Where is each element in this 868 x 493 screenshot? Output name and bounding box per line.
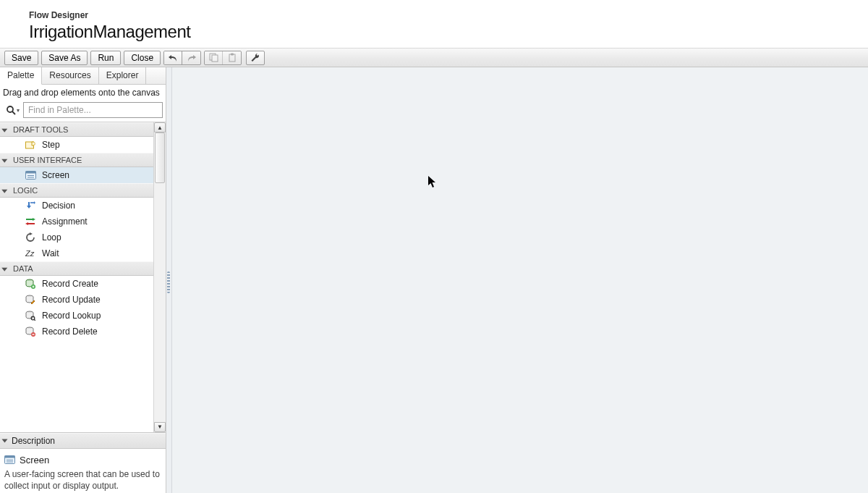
item-screen-label: Screen (42, 170, 69, 180)
item-record-lookup[interactable]: Record Lookup (0, 308, 153, 324)
item-decision[interactable]: Decision (0, 198, 153, 214)
vertical-splitter[interactable] (166, 67, 172, 493)
cat-draft-tools[interactable]: DRAFT TOOLS (0, 122, 153, 137)
svg-marker-14 (33, 218, 35, 221)
tab-explorer[interactable]: Explorer (99, 67, 147, 84)
scroll-down-button[interactable]: ▼ (154, 422, 166, 432)
item-record-delete[interactable]: Record Delete (0, 324, 153, 340)
record-update-icon (25, 294, 36, 306)
description-text: A user-facing screen that can be used to… (4, 468, 161, 492)
paste-icon (228, 53, 237, 62)
run-button[interactable]: Run (90, 51, 121, 65)
search-input[interactable] (23, 102, 163, 118)
item-wait[interactable]: Zz Wait (0, 245, 153, 261)
decision-icon (25, 200, 36, 211)
item-loop[interactable]: Loop (0, 229, 153, 245)
item-record-create-label: Record Create (42, 279, 98, 289)
paste-button[interactable] (223, 51, 241, 64)
header: Flow Designer IrrigationManagement (0, 0, 868, 48)
palette-hint: Drag and drop elements onto the canvas (0, 85, 166, 101)
item-step-label: Step (42, 140, 60, 150)
item-decision-label: Decision (42, 201, 75, 211)
item-record-update-label: Record Update (42, 295, 101, 305)
sidebar-tabs: Palette Resources Explorer (0, 67, 166, 85)
item-record-update[interactable]: Record Update (0, 292, 153, 308)
svg-marker-17 (30, 232, 33, 235)
close-button[interactable]: Close (124, 51, 161, 65)
sidebar: Palette Resources Explorer Drag and drop… (0, 67, 166, 493)
save-button[interactable]: Save (4, 51, 38, 65)
search-bar: ▾ (0, 101, 166, 122)
screen-icon (4, 455, 15, 464)
item-step[interactable]: Step (0, 137, 153, 153)
assignment-icon (25, 216, 36, 227)
palette-tree: DRAFT TOOLS Step USER INTERFACE Screen L… (0, 122, 166, 433)
loop-icon (25, 232, 36, 243)
svg-rect-1 (212, 55, 218, 62)
record-delete-icon (25, 326, 36, 337)
step-icon (25, 139, 36, 151)
palette-scrollbar[interactable]: ▲ ▼ (153, 122, 166, 432)
svg-rect-9 (25, 172, 35, 174)
item-record-delete-label: Record Delete (42, 326, 98, 337)
cat-data[interactable]: DATA (0, 261, 153, 276)
item-assignment[interactable]: Assignment (0, 214, 153, 229)
search-icon (6, 105, 16, 115)
undo-icon (168, 54, 178, 62)
page-title: IrrigationManagement (29, 22, 868, 42)
svg-line-5 (12, 111, 15, 114)
canvas[interactable] (172, 67, 868, 493)
save-as-button[interactable]: Save As (41, 51, 88, 65)
cursor-icon (427, 175, 438, 188)
item-assignment-label: Assignment (42, 216, 88, 227)
tab-resources[interactable]: Resources (42, 67, 98, 84)
item-screen[interactable]: Screen (0, 167, 153, 183)
tab-palette[interactable]: Palette (0, 67, 42, 85)
copy-button[interactable] (205, 51, 223, 64)
svg-rect-29 (5, 456, 15, 458)
wait-icon: Zz (25, 248, 36, 259)
description-title: Screen (20, 455, 49, 465)
cat-user-interface[interactable]: USER INTERFACE (0, 153, 153, 167)
wrench-icon (250, 53, 260, 63)
search-menu-button[interactable]: ▾ (3, 102, 22, 118)
svg-marker-7 (32, 142, 35, 146)
svg-text:Zz: Zz (25, 249, 35, 258)
undo-redo-group (163, 51, 201, 65)
item-wait-label: Wait (42, 248, 59, 258)
clipboard-group (204, 51, 242, 65)
settings-button[interactable] (246, 51, 265, 65)
caret-down-icon: ▾ (17, 107, 20, 114)
description-header[interactable]: Description (0, 433, 166, 449)
record-create-icon (25, 278, 36, 290)
description-body: Screen A user-facing screen that can be … (0, 449, 166, 493)
undo-button[interactable] (164, 51, 182, 64)
item-record-create[interactable]: Record Create (0, 276, 153, 292)
screen-icon (25, 169, 36, 181)
item-loop-label: Loop (42, 232, 61, 243)
scroll-thumb[interactable] (155, 132, 165, 183)
app-name: Flow Designer (29, 10, 868, 20)
svg-rect-3 (231, 54, 234, 56)
toolbar: Save Save As Run Close (0, 48, 868, 67)
svg-point-4 (7, 106, 13, 112)
svg-marker-12 (34, 201, 35, 204)
redo-button[interactable] (182, 51, 200, 64)
svg-marker-16 (25, 222, 28, 225)
scroll-up-button[interactable]: ▲ (154, 122, 166, 132)
record-lookup-icon (25, 310, 36, 321)
cat-logic[interactable]: LOGIC (0, 183, 153, 198)
redo-icon (187, 54, 197, 62)
item-record-lookup-label: Record Lookup (42, 311, 101, 321)
main-area: Palette Resources Explorer Drag and drop… (0, 67, 868, 493)
svg-line-24 (34, 319, 35, 321)
copy-icon (209, 53, 218, 62)
